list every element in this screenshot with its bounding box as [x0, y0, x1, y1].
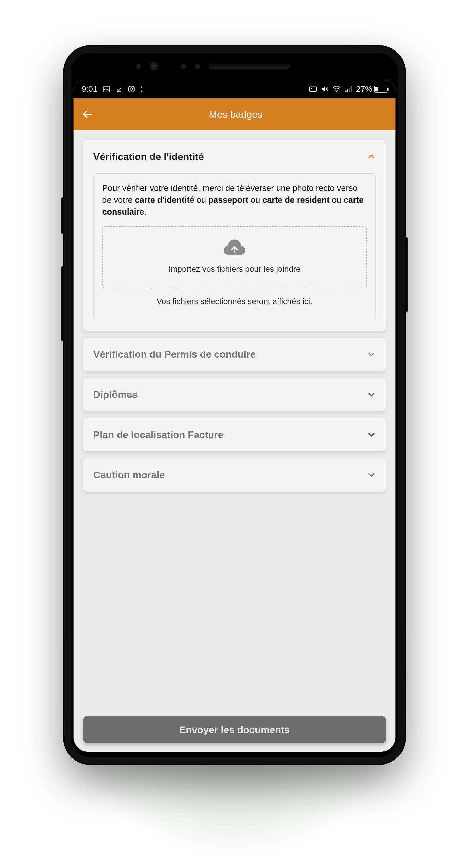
identity-info-box: Pour vérifier votre identité, merci de t… — [93, 173, 376, 319]
svg-rect-9 — [345, 91, 347, 92]
chevron-down-icon — [367, 430, 376, 439]
section-caution-title: Caution morale — [93, 469, 165, 480]
section-plan-toggle[interactable]: Plan de localisation Facture — [83, 418, 386, 452]
identity-instruction: Pour vérifier votre identité, merci de t… — [102, 182, 367, 218]
card-icon — [309, 86, 317, 92]
svg-rect-6 — [310, 87, 316, 91]
chevron-up-icon — [367, 153, 376, 161]
svg-point-2 — [130, 88, 133, 90]
section-identity: Vérification de l'identité Pour vérifier… — [83, 140, 386, 331]
selected-files-hint: Vos fichiers sélectionnés seront affiché… — [102, 297, 367, 306]
cloud-upload-icon — [223, 238, 246, 257]
submit-documents-button[interactable]: Envoyer les documents — [83, 716, 386, 743]
svg-point-8 — [336, 91, 337, 92]
download-done-icon — [116, 86, 122, 93]
svg-rect-1 — [128, 86, 134, 92]
svg-point-5 — [141, 91, 142, 92]
dropzone-hint: Importez vos fichiers pour les joindre — [169, 265, 300, 274]
section-caution-toggle[interactable]: Caution morale — [83, 458, 386, 492]
page-title: Mes badges — [84, 109, 387, 120]
battery-indicator: 27% — [356, 85, 387, 94]
section-permis-title: Vérification du Permis de conduire — [93, 349, 256, 360]
svg-rect-10 — [347, 89, 348, 92]
chevron-down-icon — [367, 350, 376, 359]
svg-point-4 — [141, 87, 142, 88]
phone-sensors — [71, 53, 398, 80]
section-identity-title: Vérification de l'identité — [93, 151, 204, 162]
image-icon — [103, 85, 110, 93]
chevron-down-icon — [367, 390, 376, 399]
svg-rect-11 — [349, 88, 350, 92]
wifi-icon — [332, 86, 341, 93]
svg-rect-7 — [311, 88, 312, 89]
chevron-down-icon — [367, 470, 376, 479]
phone-frame: 9:01 — [64, 46, 405, 764]
battery-percent: 27% — [356, 85, 372, 94]
section-diplomes-toggle[interactable]: Diplômes — [83, 378, 386, 411]
section-diplomes: Diplômes — [83, 378, 386, 411]
mute-icon — [321, 85, 328, 93]
section-caution: Caution morale — [83, 458, 386, 492]
section-identity-toggle[interactable]: Vérification de l'identité — [83, 140, 386, 173]
svg-point-3 — [133, 87, 134, 88]
content-scroll[interactable]: Vérification de l'identité Pour vérifier… — [74, 130, 395, 752]
section-diplomes-title: Diplômes — [93, 389, 138, 400]
volume-button — [61, 197, 64, 235]
instagram-icon — [128, 85, 135, 93]
app-bar: Mes badges — [74, 98, 395, 130]
bixby-button — [61, 266, 64, 341]
identity-upload-dropzone[interactable]: Importez vos fichiers pour les joindre — [102, 226, 367, 288]
section-permis: Vérification du Permis de conduire — [83, 338, 386, 371]
status-bar: 9:01 — [74, 80, 395, 98]
signal-icon — [345, 86, 352, 92]
more-notifications-icon — [140, 86, 143, 92]
status-time: 9:01 — [82, 85, 97, 94]
power-button — [405, 237, 408, 312]
section-plan: Plan de localisation Facture — [83, 418, 386, 452]
section-plan-title: Plan de localisation Facture — [93, 429, 224, 440]
section-permis-toggle[interactable]: Vérification du Permis de conduire — [83, 338, 386, 371]
svg-rect-12 — [351, 86, 352, 92]
